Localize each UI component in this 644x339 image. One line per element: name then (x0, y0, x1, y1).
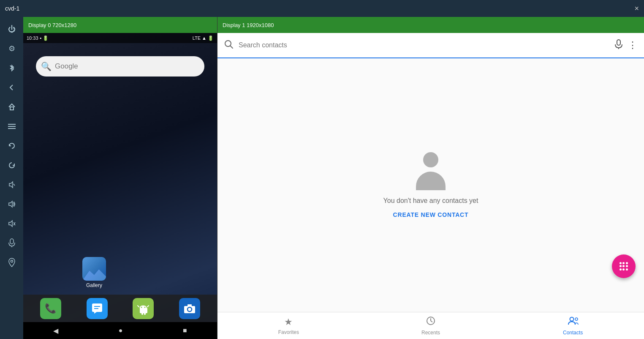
svg-line-5 (14, 184, 15, 186)
mic-icon[interactable] (4, 235, 20, 251)
recents-label: Recents (421, 330, 440, 336)
svg-line-30 (431, 321, 432, 322)
mute-icon[interactable] (4, 216, 20, 232)
volume-up-icon[interactable] (4, 196, 20, 212)
svg-line-19 (138, 306, 139, 307)
recents-nav-button[interactable]: ■ (183, 327, 187, 334)
svg-rect-23 (187, 304, 192, 306)
bluetooth-icon[interactable] (4, 60, 20, 76)
title-bar: cvd-1 × (0, 0, 644, 17)
more-options-icon[interactable]: ⋮ (628, 40, 637, 51)
left-sidebar: ⏻ ⚙ (0, 17, 23, 339)
recents-icon (426, 316, 435, 328)
gallery-label: Gallery (86, 282, 102, 288)
displays-area: Display 0 720x1280 10:33 ▪ 🔋 LTE ▲ 🔋 (23, 17, 644, 339)
svg-point-31 (570, 317, 573, 321)
svg-point-32 (575, 318, 578, 320)
contacts-icon (568, 316, 579, 328)
svg-rect-26 (617, 40, 620, 45)
battery-icon: 🔋 (208, 36, 214, 41)
search-actions: ⋮ (614, 39, 637, 52)
signal-icon: ▲ (202, 36, 207, 41)
fab-button[interactable] (612, 254, 636, 278)
search-input[interactable] (239, 41, 609, 49)
display-0-header: Display 0 720x1280 (23, 17, 217, 33)
back-icon[interactable] (4, 79, 20, 96)
svg-marker-4 (9, 182, 13, 188)
settings-icon[interactable]: ⚙ (4, 41, 20, 57)
gallery-mountains (82, 266, 106, 281)
power-icon[interactable]: ⏻ (4, 21, 20, 37)
main-area: ⏻ ⚙ (0, 17, 644, 339)
avatar-head (423, 152, 438, 167)
status-indicator: ▪ 🔋 (40, 36, 49, 41)
search-lens-icon: 🔍 (41, 61, 52, 71)
svg-marker-6 (9, 201, 12, 207)
avatar-body (416, 172, 446, 190)
back-nav-button[interactable]: ◀ (53, 327, 58, 335)
location-icon[interactable] (4, 254, 20, 271)
search-icon (224, 40, 234, 51)
gallery-icon (82, 257, 106, 281)
svg-line-20 (147, 306, 149, 307)
empty-state-text: You don't have any contacts yet (383, 197, 478, 205)
svg-rect-13 (92, 303, 102, 312)
contacts-empty-state: You don't have any contacts yet CREATE N… (217, 58, 644, 312)
app-title: cvd-1 (5, 5, 19, 12)
status-bar: 10:33 ▪ 🔋 LTE ▲ 🔋 (23, 33, 217, 43)
contacts-search-bar: ⋮ (217, 33, 644, 58)
nav-bar: ◀ ● ■ (23, 322, 217, 339)
svg-rect-0 (10, 107, 14, 110)
contacts-label: Contacts (563, 330, 583, 336)
contacts-content-wrapper: You don't have any contacts yet CREATE N… (217, 58, 644, 312)
svg-marker-7 (9, 221, 12, 227)
time-display: 10:33 (27, 36, 38, 41)
google-search-text: Google (55, 62, 78, 71)
displays-row: Display 0 720x1280 10:33 ▪ 🔋 LTE ▲ 🔋 (23, 17, 644, 339)
display-1-header: Display 1 1920x1080 (217, 17, 644, 33)
contacts-tab[interactable]: Contacts (502, 312, 644, 339)
android-app-icon[interactable] (133, 298, 154, 319)
voice-search-icon[interactable] (614, 39, 623, 52)
favorites-label: Favorites (278, 329, 299, 335)
contacts-bottom-nav: ★ Favorites Recents (217, 312, 644, 339)
create-new-contact-button[interactable]: CREATE NEW CONTACT (393, 211, 469, 218)
google-search-bar[interactable]: 🔍 Google (36, 56, 204, 77)
menu-icon[interactable] (4, 118, 20, 134)
gallery-icon-inner (82, 257, 106, 281)
refresh-icon[interactable] (4, 157, 20, 173)
phone-screen[interactable]: 10:33 ▪ 🔋 LTE ▲ 🔋 🔍 Google (23, 33, 217, 339)
wallpaper (23, 33, 217, 339)
volume-down-icon[interactable] (4, 177, 20, 193)
fab-grid-icon (620, 262, 628, 271)
empty-avatar-icon (412, 152, 450, 190)
bottom-dock: 📞 (23, 295, 217, 322)
favorites-tab[interactable]: ★ Favorites (217, 312, 360, 339)
messages-app-icon[interactable] (87, 298, 108, 319)
svg-point-18 (144, 306, 146, 308)
home-icon[interactable] (4, 99, 20, 115)
svg-point-17 (141, 306, 142, 308)
svg-point-12 (11, 260, 13, 262)
rotate-icon[interactable] (4, 138, 20, 154)
contacts-app: ⋮ You don't have any contacts yet (217, 33, 644, 339)
home-nav-button[interactable]: ● (119, 327, 123, 334)
network-type: LTE (193, 36, 201, 41)
svg-line-25 (230, 46, 233, 48)
display-0: Display 0 720x1280 10:33 ▪ 🔋 LTE ▲ 🔋 (23, 17, 217, 339)
gallery-app[interactable]: Gallery (82, 257, 106, 288)
status-left: 10:33 ▪ 🔋 (27, 36, 49, 41)
favorites-icon: ★ (284, 317, 293, 328)
close-button[interactable]: × (634, 4, 639, 13)
phone-app-icon[interactable]: 📞 (40, 298, 61, 319)
camera-app-icon[interactable] (179, 298, 200, 319)
recents-tab[interactable]: Recents (360, 312, 502, 339)
display-1: Display 1 1920x1080 (217, 17, 644, 339)
svg-marker-16 (94, 312, 97, 314)
status-right: LTE ▲ 🔋 (193, 36, 214, 41)
svg-rect-10 (10, 239, 14, 244)
